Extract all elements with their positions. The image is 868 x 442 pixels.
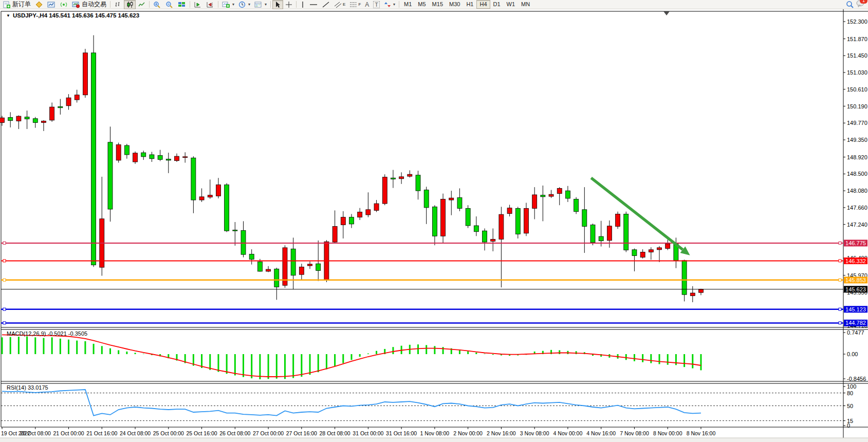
candle (308, 264, 312, 266)
trendline-icon (322, 1, 330, 8)
zoom-in-button[interactable] (151, 0, 163, 9)
autotrading-button[interactable]: 自动交易 (70, 0, 108, 9)
notification-badge: 1 (860, 0, 867, 4)
price-tag-label: 144.782 (845, 320, 866, 326)
candle (25, 117, 29, 119)
chart-window-icon (47, 1, 56, 8)
candle (565, 191, 570, 198)
auto-scroll-button[interactable] (192, 0, 204, 9)
timeframe-M30[interactable]: M30 (446, 0, 463, 9)
time-axis-label: 26 Oct 08:00 (219, 430, 250, 436)
line-handle (3, 322, 6, 324)
time-axis-label: 8 Nov 00:00 (653, 430, 682, 436)
candle (599, 236, 603, 241)
collapse-triangle-icon[interactable]: ▼ (6, 13, 10, 18)
chart-canvas[interactable]: 152.300151.870151.450151.030150.610150.1… (0, 9, 868, 442)
text-icon: A (365, 1, 369, 8)
timeframe-M15[interactable]: M15 (429, 0, 446, 9)
timeframe-H1[interactable]: H1 (463, 0, 476, 9)
cursor-tool-button[interactable] (272, 0, 283, 9)
channel-icon (334, 1, 342, 8)
notifications-button[interactable]: 1 (856, 0, 865, 9)
arrows-tool-button[interactable]: ▾ (382, 0, 397, 9)
candle (233, 230, 237, 231)
channel-sub-label: E (343, 2, 345, 7)
candle (582, 210, 587, 227)
time-axis-label: 7 Nov 08:00 (620, 430, 649, 436)
period-button[interactable]: ▾ (236, 0, 252, 9)
tile-windows-button[interactable] (176, 0, 188, 9)
chart-window[interactable]: 152.300151.870151.450151.030150.610150.1… (0, 9, 868, 442)
candle (424, 190, 429, 208)
candle (116, 144, 121, 160)
rsi-axis-label: 80 (847, 390, 853, 396)
timeframe-W1[interactable]: W1 (504, 0, 519, 9)
market-watch-button[interactable] (33, 0, 45, 9)
new-chart-icon (222, 1, 230, 8)
mt4-terminal: { "toolbar": { "new_order_label": "新订单",… (0, 0, 868, 442)
new-order-button[interactable]: 新订单 (1, 0, 33, 9)
candle (416, 175, 420, 191)
chart-window-button[interactable] (45, 0, 58, 9)
auto-scroll-icon (194, 1, 202, 8)
timeframe-M1[interactable]: M1 (401, 0, 415, 9)
time-axis-label: 4 Nov 00:00 (553, 430, 583, 436)
timeframe-H4[interactable]: H4 (476, 0, 490, 9)
candle (341, 217, 345, 225)
autotrading-icon (72, 1, 80, 8)
candle (199, 197, 204, 200)
template-icon (254, 1, 263, 8)
symbol-title-text: USDJPY-,H4 145.541 145.636 145.475 145.6… (13, 12, 139, 19)
time-axis-label: 8 Nov 16:00 (687, 430, 716, 436)
symbol-title[interactable]: ▼USDJPY-,H4 145.541 145.636 145.475 145.… (6, 12, 139, 19)
fibonacci-tool-button[interactable]: F (347, 0, 363, 9)
candlestick-chart-button[interactable] (124, 0, 136, 9)
candle (391, 178, 395, 179)
candle (8, 117, 13, 120)
price-tag-label: 145.123 (845, 306, 866, 312)
zoom-out-button[interactable] (163, 0, 176, 9)
line-handle (839, 308, 841, 310)
timeframe-MN[interactable]: MN (518, 0, 533, 9)
horizontal-line-tool-button[interactable] (307, 0, 320, 9)
template-button[interactable]: ▾ (252, 0, 269, 9)
arrows-icon (384, 1, 391, 8)
candle (532, 195, 537, 209)
price-tick-label: 147.660 (847, 205, 867, 211)
candle (158, 156, 162, 160)
separator (110, 1, 110, 8)
candle (166, 159, 171, 160)
chart-shift-button[interactable] (204, 0, 216, 9)
separator (270, 1, 271, 8)
text-tool-button[interactable]: A (363, 0, 371, 9)
line-handle (3, 279, 6, 281)
bar-chart-button[interactable] (112, 0, 124, 9)
price-tick-label: 148.920 (847, 154, 867, 160)
candle (150, 155, 154, 159)
signal-icon (60, 1, 68, 8)
candle (624, 214, 629, 250)
search-icon[interactable] (846, 1, 854, 8)
trendline-tool-button[interactable] (320, 0, 332, 9)
time-axis-label: 21 Oct 00:00 (53, 430, 84, 436)
main-toolbar: 新订单 自动交易 ▾ ▾ (0, 0, 868, 9)
label-tool-button[interactable]: T (371, 0, 382, 9)
candlestick-icon (126, 1, 134, 8)
new-chart-button[interactable]: ▾ (220, 0, 236, 9)
vertical-line-tool-button[interactable] (298, 0, 307, 9)
timeframe-M5[interactable]: M5 (415, 0, 429, 9)
period-clock-icon (238, 1, 246, 8)
candle (108, 142, 113, 209)
channel-tool-button[interactable]: E (332, 0, 347, 9)
candle (474, 226, 478, 232)
market-watch-icon (35, 1, 43, 8)
price-tag-label: 146.332 (845, 258, 866, 264)
crosshair-tool-button[interactable] (283, 0, 294, 9)
timeframe-D1[interactable]: D1 (490, 0, 504, 9)
line-chart-button[interactable] (136, 0, 147, 9)
signal-button[interactable] (58, 0, 70, 9)
candle (449, 198, 454, 200)
candle (33, 119, 38, 123)
crosshair-icon (285, 1, 292, 8)
candle (0, 118, 5, 122)
